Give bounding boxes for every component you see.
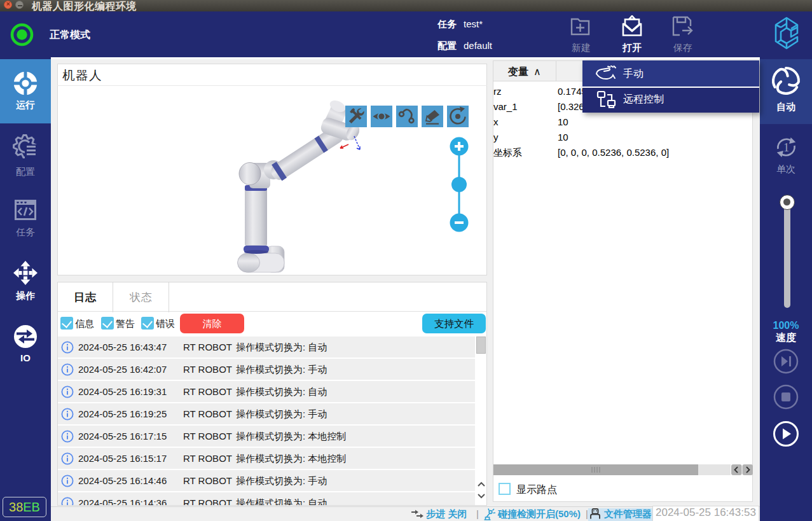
svg-text:1: 1 bbox=[783, 141, 788, 154]
